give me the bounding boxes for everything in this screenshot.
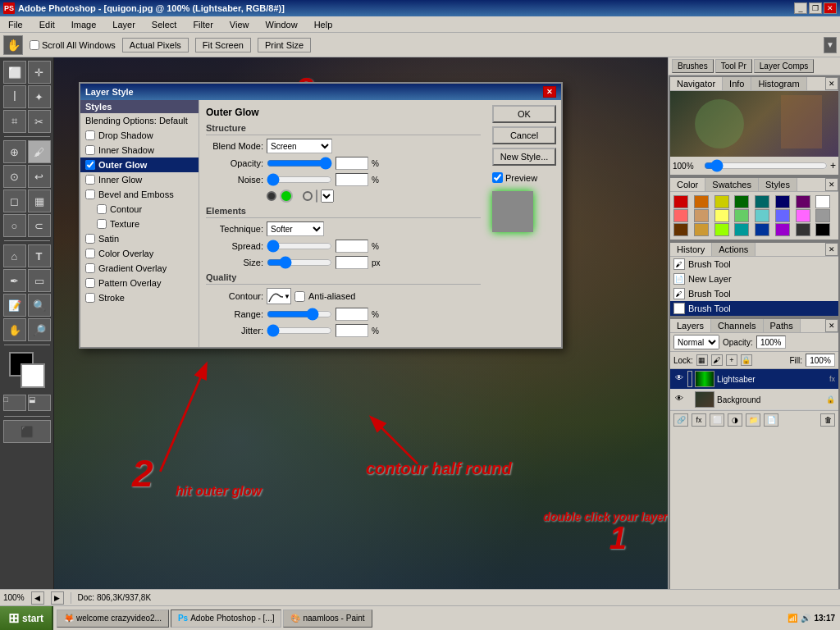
crop-tool[interactable]: ⌗ — [3, 110, 26, 133]
add-mask-button[interactable]: ⬜ — [710, 413, 724, 427]
inner-shadow-checkbox[interactable] — [85, 145, 95, 155]
layer-comps-tab[interactable]: Layer Comps — [754, 59, 814, 73]
add-adjustment-button[interactable]: ◑ — [728, 413, 742, 427]
histogram-tab[interactable]: Histogram — [751, 77, 806, 90]
preview-checkbox[interactable] — [492, 172, 503, 183]
drop-shadow-checkbox[interactable] — [85, 130, 95, 140]
ok-button[interactable]: OK — [492, 105, 556, 123]
swatch-brown[interactable] — [673, 223, 688, 236]
layer-row-background[interactable]: 👁 Background 🔒 — [670, 390, 838, 410]
healing-tool[interactable]: ⊕ — [3, 140, 26, 163]
swatch-lt-cyan[interactable] — [755, 209, 769, 222]
styles-item-outer-glow[interactable]: Outer Glow — [80, 158, 199, 172]
swatch-lt-blue[interactable] — [775, 209, 790, 222]
history-item-4[interactable]: 🖌 Brush Tool — [670, 301, 838, 316]
outer-glow-checkbox[interactable] — [85, 160, 95, 170]
jitter-input[interactable]: 0 — [336, 324, 368, 337]
swatch-dk-gray[interactable] — [796, 223, 810, 236]
magic-wand-tool[interactable]: ✦ — [28, 85, 51, 108]
eraser-tool[interactable]: ◻ — [3, 189, 26, 212]
styles-item-blending[interactable]: Blending Options: Default — [80, 113, 199, 128]
gradient-overlay-checkbox[interactable] — [85, 263, 95, 273]
layers-fill-input[interactable] — [806, 354, 835, 367]
menu-view[interactable]: View — [225, 18, 254, 31]
swatch-yellow[interactable] — [714, 195, 729, 208]
gradient-tool[interactable]: ▦ — [28, 189, 51, 212]
quickmask-mode-button[interactable]: ⬓ — [28, 395, 51, 411]
layers-opacity-input[interactable] — [756, 336, 786, 349]
noise-slider[interactable] — [267, 173, 332, 186]
taskbar-item-photoshop[interactable]: Ps Adobe Photoshop - [...] — [171, 609, 282, 628]
styles-item-bevel-emboss[interactable]: Bevel and Emboss — [80, 187, 199, 202]
dialog-close-button[interactable]: ✕ — [543, 86, 556, 98]
color-selector[interactable] — [9, 352, 45, 388]
styles-item-satin[interactable]: Satin — [80, 231, 199, 246]
swatch-pink[interactable] — [796, 209, 810, 222]
bevel-emboss-checkbox[interactable] — [85, 189, 95, 199]
dodge-tool[interactable]: ⊂ — [28, 214, 51, 237]
lock-position-button[interactable]: + — [726, 354, 737, 366]
gradient-bar[interactable] — [316, 189, 317, 203]
status-nav-prev[interactable]: ◀ — [31, 591, 44, 605]
lock-all-button[interactable]: 🔒 — [741, 354, 752, 366]
size-slider[interactable] — [267, 256, 332, 269]
anti-aliased-checkbox[interactable] — [294, 291, 305, 302]
lasso-tool[interactable]: ꟾ — [3, 85, 26, 108]
tool-options-icon[interactable]: ▼ — [824, 37, 837, 53]
swatch-red[interactable] — [673, 195, 688, 208]
swatch-gray[interactable] — [815, 209, 830, 222]
swatches-tab[interactable]: Swatches — [705, 178, 759, 191]
taskbar-item-paint[interactable]: 🎨 naamloos - Paint — [283, 609, 372, 628]
move-tool[interactable]: ✛ — [28, 61, 51, 84]
swatch-purple[interactable] — [796, 195, 810, 208]
swatch-orange[interactable] — [694, 195, 709, 208]
menu-file[interactable]: File — [3, 18, 28, 31]
minimize-button[interactable]: _ — [794, 2, 807, 14]
lock-image-button[interactable]: 🖌 — [711, 354, 723, 366]
menu-filter[interactable]: Filter — [188, 18, 217, 31]
layers-blend-select[interactable]: Normal Multiply Screen — [673, 335, 719, 349]
color-panel-close[interactable]: ✕ — [825, 178, 838, 191]
history-item-2[interactable]: 📄 New Layer — [670, 272, 838, 286]
tool-presets-tab[interactable]: Tool Pr — [715, 59, 752, 73]
taskbar-item-browser[interactable]: 🦊 welcome crazyvideo2... — [57, 609, 169, 628]
contour-checkbox[interactable] — [97, 204, 107, 214]
size-input[interactable]: 59 — [336, 256, 368, 269]
menu-layer[interactable]: Layer — [107, 18, 140, 31]
fit-screen-button[interactable]: Fit Screen — [195, 38, 251, 52]
navigator-tab[interactable]: Navigator — [670, 77, 723, 90]
solid-color-radio[interactable] — [267, 191, 276, 201]
contour-dropdown-arrow[interactable]: ▼ — [284, 293, 290, 300]
swatch-tan[interactable] — [694, 209, 709, 222]
swatch-green[interactable] — [734, 195, 749, 208]
blend-mode-select[interactable]: Screen Normal Multiply — [267, 139, 332, 153]
nav-zoom-slider[interactable] — [704, 159, 828, 172]
opacity-slider[interactable] — [267, 157, 332, 170]
history-item-1[interactable]: 🖌 Brush Tool — [670, 257, 838, 272]
jitter-slider[interactable] — [267, 324, 332, 337]
inner-glow-checkbox[interactable] — [85, 175, 95, 185]
shape-tool[interactable]: ▭ — [28, 269, 51, 292]
swatch-white[interactable] — [815, 195, 830, 208]
notes-tool[interactable]: 📝 — [3, 294, 26, 317]
swatch-lt-brown[interactable] — [694, 223, 709, 236]
screen-mode-button[interactable]: ⬛ — [3, 420, 51, 443]
cancel-button[interactable]: Cancel — [492, 126, 556, 144]
delete-layer-button[interactable]: 🗑 — [820, 413, 835, 427]
brush-tool[interactable]: 🖌 — [28, 140, 51, 163]
background-color[interactable] — [21, 363, 45, 388]
swatch-cyan[interactable] — [755, 195, 769, 208]
contour-preview[interactable]: ▼ — [267, 288, 291, 304]
print-size-button[interactable]: Print Size — [258, 38, 311, 52]
path-tool[interactable]: ⌂ — [3, 244, 26, 267]
styles-item-gradient-overlay[interactable]: Gradient Overlay — [80, 261, 199, 276]
satin-checkbox[interactable] — [85, 234, 95, 244]
actions-tab[interactable]: Actions — [712, 243, 756, 256]
color-overlay-checkbox[interactable] — [85, 249, 95, 258]
gradient-radio[interactable] — [303, 191, 313, 201]
stroke-checkbox[interactable] — [85, 293, 95, 303]
brushes-tab[interactable]: Brushes — [672, 59, 714, 73]
styles-item-color-overlay[interactable]: Color Overlay — [80, 246, 199, 261]
pen-tool[interactable]: ✒ — [3, 269, 26, 292]
styles-item-inner-glow[interactable]: Inner Glow — [80, 172, 199, 187]
